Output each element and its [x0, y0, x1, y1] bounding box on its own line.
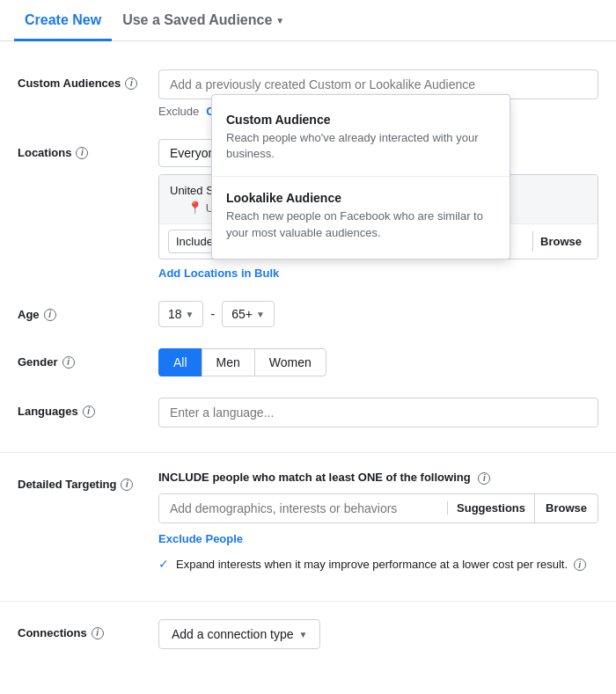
targeting-header-info-icon[interactable]: i	[478, 472, 490, 485]
chevron-down-icon: ▼	[186, 310, 194, 319]
age-min-selector[interactable]: 18 ▼	[158, 301, 203, 327]
lookalike-audience-desc: Reach new people on Facebook who are sim…	[226, 208, 495, 240]
connections-info-icon[interactable]: i	[92, 627, 104, 639]
location-pin-icon: 📍	[187, 201, 202, 215]
exclude-people-link[interactable]: Exclude People	[158, 532, 243, 545]
languages-info-icon[interactable]: i	[83, 405, 95, 418]
custom-audience-title: Custom Audience	[226, 113, 495, 127]
age-info-icon[interactable]: i	[44, 309, 56, 321]
targeting-browse-button[interactable]: Browse	[534, 494, 598, 522]
gender-all-button[interactable]: All	[158, 348, 202, 376]
section-divider	[0, 452, 616, 453]
custom-audiences-row: Custom Audiences i Exclude Create New ▼ …	[0, 59, 616, 128]
gender-content: All Men Women	[158, 348, 598, 376]
connections-label: Connections i	[18, 619, 158, 639]
connections-content: Add a connection type ▼	[158, 619, 598, 649]
chevron-down-icon: ▼	[275, 16, 284, 26]
locations-label: Locations i	[18, 139, 158, 159]
detailed-targeting-info-icon[interactable]: i	[121, 478, 133, 491]
targeting-input[interactable]	[159, 494, 447, 522]
custom-audiences-label: Custom Audiences i	[18, 69, 158, 90]
languages-row: Languages i	[0, 387, 616, 438]
targeting-input-row: Suggestions Browse	[158, 493, 598, 523]
age-label: Age i	[18, 301, 158, 321]
lookalike-audience-title: Lookalike Audience	[226, 191, 495, 205]
chevron-down-icon: ▼	[256, 310, 265, 319]
expand-interests-text: Expand interests when it may improve per…	[176, 556, 586, 573]
age-max-selector[interactable]: 65+ ▼	[222, 301, 275, 327]
custom-audience-option[interactable]: Custom Audience Reach people who've alre…	[212, 102, 510, 172]
tab-bar: Create New Use a Saved Audience ▼	[0, 0, 616, 41]
lookalike-audience-option[interactable]: Lookalike Audience Reach new people on F…	[212, 180, 510, 251]
tab-create-new[interactable]: Create New	[14, 0, 112, 41]
languages-label: Languages i	[18, 398, 158, 418]
create-new-dropdown: Custom Audience Reach people who've alre…	[211, 94, 510, 259]
detailed-targeting-row: Detailed Targeting i INCLUDE people who …	[0, 460, 616, 587]
locations-browse-button[interactable]: Browse	[532, 231, 589, 252]
dropdown-divider	[212, 176, 510, 177]
targeting-header: INCLUDE people who match at least ONE of…	[158, 471, 598, 485]
gender-selector: All Men Women	[158, 348, 598, 376]
targeting-suggestions-button[interactable]: Suggestions	[447, 501, 534, 515]
custom-audiences-content: Exclude Create New ▼ Custom Audience Rea…	[158, 69, 598, 118]
detailed-targeting-label: Detailed Targeting i	[18, 471, 158, 491]
custom-audience-desc: Reach people who've already interacted w…	[226, 130, 495, 162]
age-row: Age i 18 ▼ - 65+ ▼	[0, 290, 616, 338]
connections-divider	[0, 601, 616, 602]
custom-audiences-info-icon[interactable]: i	[125, 77, 137, 90]
connections-row: Connections i Add a connection type ▼	[0, 609, 616, 660]
locations-info-icon[interactable]: i	[76, 147, 88, 159]
languages-content	[158, 398, 598, 427]
exclude-link[interactable]: Exclude	[158, 105, 199, 118]
gender-label: Gender i	[18, 348, 158, 369]
gender-row: Gender i All Men Women	[0, 338, 616, 387]
age-separator: -	[210, 307, 215, 321]
age-content: 18 ▼ - 65+ ▼	[158, 301, 598, 327]
form-content: Custom Audiences i Exclude Create New ▼ …	[0, 41, 616, 677]
age-selectors: 18 ▼ - 65+ ▼	[158, 301, 598, 327]
languages-input[interactable]	[158, 398, 598, 427]
detailed-targeting-content: INCLUDE people who match at least ONE of…	[158, 471, 598, 576]
expand-interests-row: ✓ Expand interests when it may improve p…	[158, 556, 598, 577]
gender-women-button[interactable]: Women	[254, 348, 326, 376]
add-connection-type-button[interactable]: Add a connection type ▼	[158, 619, 320, 649]
expand-interests-info-icon[interactable]: i	[574, 559, 586, 571]
chevron-down-icon: ▼	[299, 630, 308, 639]
add-locations-bulk-link[interactable]: Add Locations in Bulk	[158, 267, 279, 280]
gender-men-button[interactable]: Men	[202, 348, 254, 376]
tab-use-saved[interactable]: Use a Saved Audience ▼	[112, 0, 295, 41]
gender-info-icon[interactable]: i	[62, 356, 75, 369]
expand-interests-checkbox[interactable]: ✓	[158, 557, 169, 571]
